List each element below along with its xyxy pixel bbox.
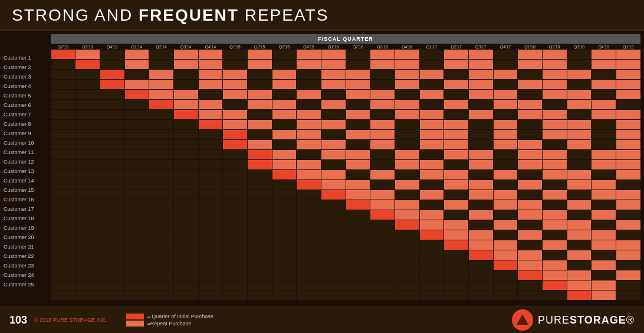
grid-cell xyxy=(223,230,247,240)
grid-cell xyxy=(272,240,297,250)
grid-cell xyxy=(469,110,493,119)
grid-cell xyxy=(321,180,346,190)
grid-row xyxy=(51,50,640,59)
grid-cell xyxy=(420,160,444,169)
grid-cell xyxy=(248,190,272,200)
grid-cell xyxy=(420,130,444,139)
grid-cell xyxy=(395,220,419,230)
col-header: Q3'18 xyxy=(567,45,592,49)
grid-cell xyxy=(494,80,518,89)
grid-cell xyxy=(75,150,100,159)
grid-cell xyxy=(518,130,542,139)
grid-cell xyxy=(149,180,173,190)
grid-cell xyxy=(592,250,616,260)
grid-cell xyxy=(75,70,100,79)
grid-row xyxy=(51,110,640,119)
grid-cell xyxy=(75,110,100,119)
grid-cell xyxy=(75,250,100,260)
legend-initial-text: = Quarter of Initial Purchase xyxy=(147,314,213,319)
row-label: Customer 15 xyxy=(4,185,51,195)
grid-row xyxy=(51,80,640,89)
grid-cell xyxy=(370,170,395,179)
grid-cell xyxy=(223,240,247,250)
grid-row xyxy=(51,60,640,69)
grid-cell xyxy=(272,290,297,300)
grid-cell xyxy=(199,240,223,250)
grid-cell xyxy=(248,250,272,260)
grid-cell xyxy=(51,180,75,190)
grid-cell xyxy=(494,130,518,139)
grid-cell xyxy=(567,200,592,210)
grid-cell xyxy=(174,260,198,270)
grid-cell xyxy=(51,260,75,270)
grid-cell xyxy=(297,90,321,99)
grid-cell xyxy=(149,270,173,280)
grid-row xyxy=(51,220,640,230)
grid-cell xyxy=(395,180,419,190)
grid-cell xyxy=(567,130,592,139)
grid-area: FISCAL QUARTER Q2'13Q3'13Q4'13Q1'14Q2'14… xyxy=(51,34,640,306)
grid-cell xyxy=(494,150,518,159)
grid-cell xyxy=(469,170,493,179)
grid-cell xyxy=(616,210,640,220)
grid-cell xyxy=(469,290,493,300)
grid-cell xyxy=(248,80,272,89)
grid-cell xyxy=(616,50,640,59)
row-label: Customer 12 xyxy=(4,157,51,166)
grid-cell xyxy=(370,230,395,240)
grid-cell xyxy=(51,90,75,99)
grid-cell xyxy=(469,240,493,250)
grid-cell xyxy=(51,70,75,79)
grid-cell xyxy=(100,220,124,230)
grid-cell xyxy=(125,230,149,240)
grid-cell xyxy=(518,260,542,270)
grid-cell xyxy=(494,280,518,290)
grid-cell xyxy=(494,230,518,240)
grid-cell xyxy=(51,220,75,230)
grid-cell xyxy=(592,140,616,149)
grid-cell xyxy=(346,50,370,59)
grid-cell xyxy=(272,130,297,139)
grid-cell xyxy=(75,60,100,69)
grid-cell xyxy=(272,150,297,159)
grid-cell xyxy=(297,200,321,210)
grid-cell xyxy=(346,260,370,270)
grid-cell xyxy=(469,90,493,99)
grid-cell xyxy=(346,140,370,149)
row-labels: Customer 1Customer 2Customer 3Customer 4… xyxy=(4,34,51,306)
grid-cell xyxy=(100,280,124,290)
grid-cell xyxy=(51,190,75,200)
row-label: Customer 19 xyxy=(4,223,51,233)
grid-cell xyxy=(420,290,444,300)
grid-cell xyxy=(420,240,444,250)
grid-cell xyxy=(223,120,247,129)
grid-cell xyxy=(543,130,567,139)
grid-cell xyxy=(272,180,297,190)
grid-cell xyxy=(494,90,518,99)
grid-cell xyxy=(444,190,468,200)
grid-cell xyxy=(272,160,297,169)
grid-cell xyxy=(125,140,149,149)
grid-cell xyxy=(321,60,346,69)
grid-cell xyxy=(543,180,567,190)
grid-cell xyxy=(297,180,321,190)
grid-row xyxy=(51,180,640,190)
grid-cell xyxy=(370,150,395,159)
grid-row xyxy=(51,130,640,139)
grid-cell xyxy=(125,250,149,260)
grid-cell xyxy=(297,150,321,159)
logo-area: PURESTORAGE® xyxy=(512,309,635,331)
grid-cell xyxy=(469,180,493,190)
grid-cell xyxy=(346,290,370,300)
grid-row xyxy=(51,270,640,280)
grid-cell xyxy=(223,190,247,200)
grid-cell xyxy=(297,250,321,260)
row-label: Customer 1 xyxy=(4,53,51,63)
grid-cell xyxy=(174,150,198,159)
grid-cell xyxy=(616,220,640,230)
grid-cell xyxy=(370,280,395,290)
row-label: Customer 17 xyxy=(4,204,51,214)
grid-cell xyxy=(51,100,75,109)
grid-cell xyxy=(469,120,493,129)
grid-cell xyxy=(444,280,468,290)
